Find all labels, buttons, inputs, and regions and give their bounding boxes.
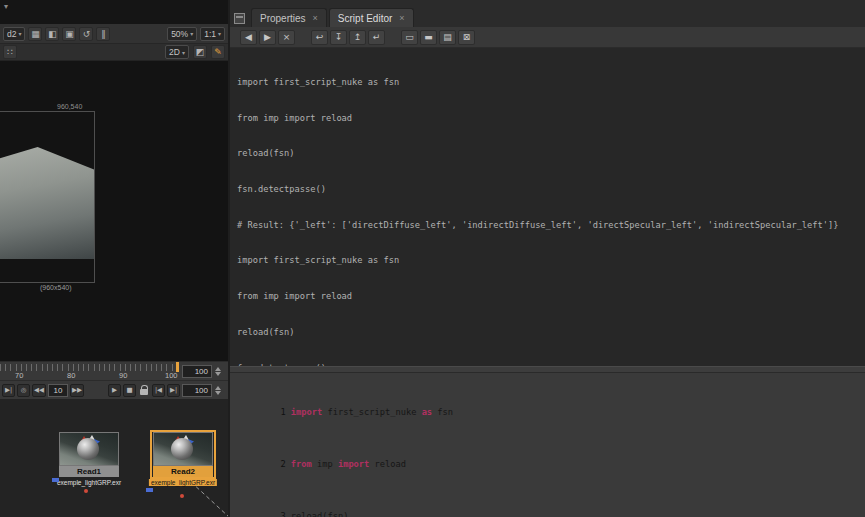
code-line: 3reload(fsn) [234, 501, 865, 517]
range-end-field[interactable]: 100 [182, 365, 212, 378]
format-resolution-label: 960,540 [57, 103, 82, 110]
annotate-pencil-icon[interactable]: ✎ [211, 45, 225, 59]
refresh-icon[interactable]: ↺ [79, 27, 93, 41]
red-indicator [84, 489, 88, 493]
node-thumbnail [59, 432, 119, 466]
step-forward-button[interactable]: ▶▶ [70, 384, 84, 397]
sample-swatch-icon[interactable]: ◩ [193, 45, 207, 59]
close-icon[interactable]: × [399, 13, 404, 23]
wipe-icon[interactable]: ▦ [28, 27, 42, 41]
script-editor-toolbar: ◀ ▶ × ↩ ↧ ↥ ↵ ▭ ▬ ▤ ⊠ [230, 27, 865, 48]
step-back-button[interactable]: ◀◀ [32, 384, 46, 397]
timeline-ruler[interactable]: 70 80 90 100 100 [0, 361, 228, 380]
node-name-label: Read2 [153, 466, 213, 477]
node-graph[interactable]: Read1 exemple_lightGRP.exr Read2 exemple… [0, 399, 228, 517]
range-spinner[interactable] [214, 365, 222, 378]
code-text: fsn [432, 407, 453, 417]
view-mode-dropdown[interactable]: 2D ▾ [165, 45, 189, 59]
lock-icon[interactable] [140, 389, 148, 395]
next-script-button[interactable]: ▶ [259, 30, 276, 45]
previous-script-button[interactable]: ◀ [240, 30, 257, 45]
proxy-dropdown[interactable]: 1:1 ▾ [200, 27, 225, 41]
spin-down-icon[interactable] [215, 372, 221, 376]
pane-menu-icon[interactable] [234, 13, 245, 24]
code-text: reload(fsn) [291, 511, 349, 517]
format-size-label: (960x540) [40, 284, 72, 291]
show-input-only-button[interactable]: ▭ [401, 30, 418, 45]
code-keyword: import [338, 459, 369, 469]
roi-icon[interactable]: ▣ [62, 27, 76, 41]
output-line: from imp import reload [237, 291, 865, 303]
transport-controls: ▶| ◎ ◀◀ 10 ▶▶ ▶ ■ |◀ ▶| 100 [0, 380, 228, 399]
clear-history-button[interactable]: × [278, 30, 295, 45]
node-read2[interactable]: Read2 exemple_lightGRP.exr [152, 432, 214, 477]
spin-up-icon[interactable] [215, 367, 221, 371]
viewer-canvas[interactable]: 960,540 (960x540) [0, 61, 228, 361]
code-text: first_script_nuke [322, 407, 421, 417]
stop-button[interactable]: ■ [123, 384, 136, 397]
ruler-label: 70 [15, 371, 23, 380]
show-both-button[interactable]: ▤ [439, 30, 456, 45]
node-file-caption: exemple_lightGRP.exr [57, 479, 121, 486]
zoom-dropdown[interactable]: 50% ▾ [167, 27, 197, 41]
code-text: imp [312, 459, 338, 469]
loop-mode-button[interactable]: ◎ [17, 384, 30, 397]
viewer-corner-strip: ▾ [0, 0, 228, 24]
ruler-label: 100 [165, 371, 178, 380]
spin-down-icon[interactable] [215, 391, 221, 395]
script-input-pane[interactable]: 1import first_script_nuke as fsn 2from i… [230, 373, 865, 517]
goto-start-button[interactable]: |◀ [152, 384, 165, 397]
save-script-button[interactable]: ↥ [349, 30, 366, 45]
ruler-label: 80 [67, 371, 75, 380]
pause-icon[interactable]: ‖ [96, 27, 110, 41]
spin-up-icon[interactable] [215, 386, 221, 390]
clear-output-button[interactable]: ⊠ [458, 30, 475, 45]
close-icon[interactable]: × [313, 13, 318, 23]
script-output-pane[interactable]: import first_script_nuke as fsn from imp… [230, 48, 865, 366]
chevron-down-icon: ▾ [182, 49, 185, 56]
range-end-field-2[interactable]: 100 [182, 384, 212, 397]
sphere-render [171, 438, 193, 460]
layer-dropdown-label: d2 [7, 29, 16, 39]
range-spinner-2[interactable] [214, 384, 222, 397]
line-number: 2 [276, 459, 286, 469]
zoom-dropdown-label: 50% [171, 29, 188, 39]
pixel-grid-icon[interactable]: ∷ [3, 45, 17, 59]
run-script-button[interactable]: ↵ [368, 30, 385, 45]
output-line: fsn.detectpasse() [237, 184, 865, 196]
play-range-button[interactable]: ▶| [2, 384, 15, 397]
chevron-down-icon: ▾ [218, 30, 221, 37]
source-script-button[interactable]: ↩ [311, 30, 328, 45]
chevron-down-icon: ▾ [18, 30, 21, 37]
viewer-layer-dropdown[interactable]: d2 ▾ [3, 27, 25, 41]
code-text: reload [369, 459, 406, 469]
play-button[interactable]: ▶ [108, 384, 121, 397]
pane-splitter[interactable] [230, 366, 865, 373]
playhead[interactable] [176, 362, 179, 372]
line-number: 1 [276, 407, 286, 417]
output-line: reload(fsn) [237, 327, 865, 339]
tab-properties[interactable]: Properties × [251, 8, 327, 27]
show-output-only-button[interactable]: ▬ [420, 30, 437, 45]
tab-script-editor[interactable]: Script Editor × [329, 8, 414, 27]
load-script-button[interactable]: ↧ [330, 30, 347, 45]
nuke-workspace: ▾ d2 ▾ ▦ ◧ ▣ ↺ ‖ 50% ▾ 1:1 ▾ ∷ [0, 0, 865, 517]
ruler-label: 90 [119, 371, 127, 380]
chevron-down-icon[interactable]: ▾ [4, 2, 8, 11]
output-line: from imp import reload [237, 113, 865, 125]
ruler-ticks [0, 364, 182, 371]
frame-increment-field[interactable]: 10 [48, 384, 68, 397]
tab-label: Properties [260, 13, 306, 24]
code-line: 1import first_script_nuke as fsn [234, 397, 865, 428]
red-indicator [180, 494, 184, 498]
sphere-render [77, 438, 99, 460]
code-line: 2from imp import reload [234, 449, 865, 480]
rendered-image [0, 147, 94, 259]
output-line: # Result: {'_left': ['directDiffuse_left… [237, 220, 865, 232]
node-read1[interactable]: Read1 exemple_lightGRP.exr [58, 432, 120, 477]
goto-end-button[interactable]: ▶| [167, 384, 180, 397]
line-number: 3 [276, 511, 286, 517]
blue-indicator [52, 478, 59, 482]
checker-icon[interactable]: ◧ [45, 27, 59, 41]
viewer-toolbar-row2: ∷ 2D ▾ ◩ ✎ [0, 44, 228, 61]
